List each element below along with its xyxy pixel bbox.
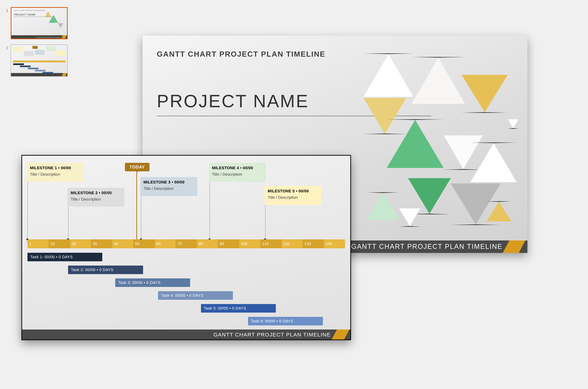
slide-canvas-2-gantt[interactable]: MILESTONE 1 • 00/00Title / DescriptionMI… [21,155,351,340]
triangle-icon [461,75,508,113]
milestone-desc: Title / Description [212,172,263,177]
footer-accent-icon [503,240,525,253]
thumb-task-bar [35,70,46,71]
milestone-title: MILESTONE 1 • 00/00 [30,166,80,170]
milestone-title: MILESTONE 3 • 00/00 [143,180,194,185]
thumb1-title: PROJECT NAME [14,13,35,16]
slide2-footer-bar: GANTT CHART PROJECT PLAN TIMELINE [22,329,350,339]
day-cell: 70 [176,239,197,248]
milestone-card[interactable]: MILESTONE 2 • 00/00Title / Description [67,188,124,207]
day-cell: 80 [197,239,218,248]
slide-thumbnail-1[interactable]: GANTT CHART PROJECT PLAN TIMELINE PROJEC… [11,7,68,39]
slide2-footer-text: GANTT CHART PROJECT PLAN TIMELINE [213,332,331,338]
task-bar[interactable]: Task 3: 00/00 • 0 DAYS [115,278,190,287]
milestone-card[interactable]: MILESTONE 1 • 00/00Title / Description [27,163,84,182]
thumb-today-icon [33,46,38,49]
thumb-milestone-icon [35,50,44,55]
triangle-icon [363,53,413,97]
today-label: TODAY [130,164,145,169]
slide1-header: GANTT CHART PROJECT PLAN TIMELINE [157,50,325,58]
triangle-icon [58,23,64,28]
task-bar[interactable]: Task 6: 00/00 • 0 DAYS [248,317,323,325]
thumb1-header: GANTT CHART PROJECT PLAN TIMELINE [14,10,45,11]
triangle-icon [367,192,399,220]
day-cell: 110 [260,239,281,248]
task-bar[interactable]: Task 1: 00/00 • 0 DAYS [28,253,102,261]
task-bar[interactable]: Task 5: 00/00 • 0 DAYS [201,304,276,313]
thumb-number-2: 2 [3,44,11,50]
triangle-icon [470,142,517,182]
thumb-task-bar [13,64,24,65]
milestone-desc: Title / Description [143,186,194,191]
thumb1-footer-text: GANTT CHART PROJECT PLAN TIMELINE [36,37,61,38]
slide1-title: PROJECT NAME [157,91,309,111]
milestone-desc: Title / Description [70,197,121,202]
milestone-title: MILESTONE 2 • 00/00 [70,191,121,195]
milestone-title: MILESTONE 5 • 00/00 [268,189,318,194]
thumb-milestone-icon [46,46,56,51]
day-cell: 30 [91,239,112,248]
milestone-card[interactable]: MILESTONE 5 • 00/00Title / Description [264,186,321,205]
thumb-milestone-icon [24,51,34,56]
thumb2-footer-bar [11,73,67,76]
day-cell: 40 [112,239,133,248]
task-bar[interactable]: Task 2: 00/00 • 0 DAYS [68,265,143,274]
thumb-milestone-icon [13,47,23,52]
triangle-icon [508,119,519,129]
triangle-icon [412,57,465,104]
thumb-milestone-icon [56,51,66,56]
thumb-day-strip [13,61,66,62]
milestone-desc: Title / Description [30,172,80,177]
thumb-task-bar [20,65,31,67]
day-cell: 60 [154,239,176,248]
day-cell: 100 [239,239,260,248]
thumb-task-bar [28,68,38,69]
triangle-icon [486,201,511,221]
thumb1-rule [14,17,55,17]
day-cell: 10 [49,239,70,248]
milestone-card[interactable]: MILESTONE 3 • 00/00Title / Description [140,177,197,196]
triangle-icon [399,208,420,227]
today-marker: TODAY [125,163,149,171]
task-bar[interactable]: Task 4: 00/00 • 0 DAYS [158,291,233,300]
day-cell: 130 [303,239,324,248]
day-cell: 90 [218,239,239,248]
slide-thumbnail-2[interactable] [11,44,68,77]
triangle-icon [45,11,51,17]
day-cell: 1 [28,239,49,248]
triangle-icon [387,119,444,168]
day-cell: 140 [324,239,345,248]
footer-accent-icon [332,329,349,339]
milestone-title: MILESTONE 4 • 00/00 [212,166,263,170]
today-line [136,172,137,248]
thumb-number-1: 1 [3,7,11,13]
day-cell: 120 [281,239,303,248]
milestone-desc: Title / Description [268,195,318,200]
milestone-card[interactable]: MILESTONE 4 • 00/00Title / Description [209,163,266,182]
day-cell: 20 [70,239,91,248]
day-cell: 50 [133,239,154,248]
day-scale: 1102030405060708090100110120130140 [28,239,345,248]
slide1-footer-text: GANTT CHART PROJECT PLAN TIMELINE [351,243,502,250]
